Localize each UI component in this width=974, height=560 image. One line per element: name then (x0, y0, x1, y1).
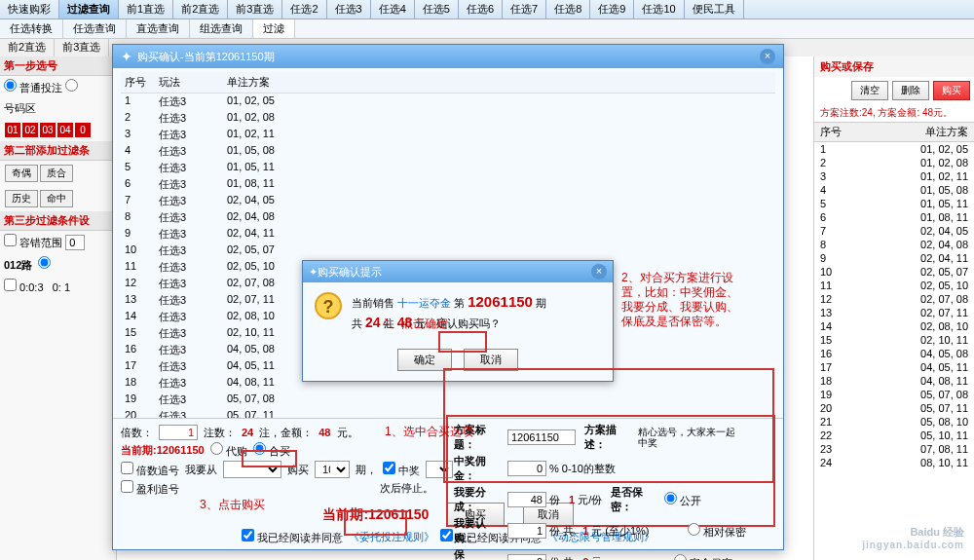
table-row[interactable]: 2307, 08, 11 (814, 442, 974, 456)
table-row[interactable]: 1905, 07, 08 (814, 388, 974, 401)
num-box[interactable]: 04 (57, 123, 73, 137)
tertiary-tab[interactable]: 前2直选 (0, 39, 55, 56)
top-tab[interactable]: 前3直选 (228, 0, 282, 19)
win-chk[interactable]: 中奖 (383, 462, 420, 478)
top-tab[interactable]: 任选4 (371, 0, 415, 19)
table-row[interactable]: 8任选302, 04, 08 (121, 209, 775, 226)
num-box[interactable]: 0 (75, 123, 91, 137)
route-radio[interactable] (38, 256, 51, 269)
table-row[interactable]: 4任选301, 05, 08 (121, 143, 775, 160)
profitchase-chk[interactable]: 盈利追号 (121, 480, 179, 497)
top-tab[interactable]: 任选8 (546, 0, 590, 19)
top-tab[interactable]: 快速购彩 (0, 0, 59, 19)
gb-sub[interactable] (507, 523, 546, 539)
top-tab[interactable]: 任选2 (282, 0, 326, 19)
sec-full[interactable]: 完全保密 (674, 554, 732, 561)
table-row[interactable]: 501, 05, 11 (814, 197, 974, 210)
clear-btn[interactable]: 清空 (851, 81, 888, 100)
side-btn[interactable]: 命中 (40, 190, 73, 207)
table-row[interactable]: 1704, 05, 11 (814, 360, 974, 374)
right-panel: 购买或保存 清空 删除 购买 方案注数:24, 方案金额: 48元。 序号单注方… (813, 56, 974, 560)
top-tab[interactable]: 任选9 (590, 0, 634, 19)
top-tab[interactable]: 任选6 (459, 0, 503, 19)
periods-select[interactable]: 10 (315, 461, 350, 478)
confirm-titlebar[interactable]: ✦ 购买确认提示 × (303, 261, 613, 282)
num-area-label: 号码区 (0, 98, 116, 119)
table-row[interactable]: 802, 04, 08 (814, 238, 974, 251)
star-icon: ✦ (121, 49, 132, 64)
sec-public[interactable]: 公开 (664, 492, 701, 508)
table-row[interactable]: 10任选302, 05, 07 (121, 243, 775, 259)
table-row[interactable]: 1302, 07, 11 (814, 306, 974, 319)
gb-guar[interactable] (507, 554, 546, 560)
table-row[interactable]: 2005, 07, 11 (814, 401, 974, 415)
confirm-text: 当前销售 十一运夺金 第 12061150 期 共 24 注 48 元，确认购买… (352, 292, 546, 333)
sec-rel[interactable]: 相对保密 (688, 523, 746, 540)
top-tab[interactable]: 任选10 (634, 0, 684, 19)
side-btn[interactable]: 质合 (40, 165, 73, 182)
table-row[interactable]: 902, 04, 11 (814, 251, 974, 265)
step3-header: 第三步过滤条件设 (0, 211, 116, 231)
tertiary-tab[interactable]: 前3直选 (55, 39, 109, 56)
top-tab[interactable]: 任选5 (415, 0, 459, 19)
mode-normal[interactable]: 普通投注 (4, 82, 62, 93)
table-row[interactable]: 2408, 10, 11 (814, 456, 974, 469)
mult-input[interactable] (159, 425, 198, 440)
question-icon: ? (315, 292, 342, 319)
top-tab[interactable]: 任选7 (503, 0, 546, 19)
sub-tab[interactable]: 组选查询 (190, 19, 253, 38)
table-row[interactable]: 702, 04, 05 (814, 224, 974, 238)
table-row[interactable]: 201, 02, 08 (814, 156, 974, 169)
top-tab[interactable]: 前2直选 (173, 0, 228, 19)
tolerance-input[interactable] (65, 235, 85, 250)
table-row[interactable]: 101, 02, 05 (814, 142, 974, 156)
gb-div[interactable] (507, 492, 546, 507)
mode-other[interactable] (65, 79, 78, 92)
table-row[interactable]: 301, 02, 11 (814, 169, 974, 183)
close-icon[interactable]: × (760, 49, 775, 64)
table-row[interactable]: 1002, 05, 07 (814, 265, 974, 279)
table-row[interactable]: 1任选301, 02, 05 (121, 93, 775, 110)
sub-tab[interactable]: 直选查询 (127, 19, 190, 38)
sub-tab[interactable]: 任选查询 (63, 19, 127, 38)
table-row[interactable]: 7任选302, 04, 05 (121, 193, 775, 209)
dialog-titlebar[interactable]: ✦ 购买确认-当前第12061150期 × (113, 45, 783, 68)
table-row[interactable]: 6任选301, 08, 11 (121, 176, 775, 193)
sub-tab[interactable]: 任选转换 (0, 19, 63, 38)
num-box[interactable]: 01 (5, 123, 20, 137)
delete-btn[interactable]: 删除 (892, 81, 929, 100)
top-tab[interactable]: 便民工具 (685, 0, 744, 19)
table-row[interactable]: 1804, 08, 11 (814, 374, 974, 388)
table-row[interactable]: 5任选301, 05, 11 (121, 160, 775, 176)
top-tab[interactable]: 过滤查询 (59, 0, 119, 19)
confirm-dialog: ✦ 购买确认提示 × ? 当前销售 十一运夺金 第 12061150 期 共 2… (302, 260, 614, 382)
table-row[interactable]: 2105, 08, 10 (814, 415, 974, 429)
buy-btn-side[interactable]: 购买 (933, 81, 970, 100)
table-row[interactable]: 9任选302, 04, 11 (121, 226, 775, 243)
table-row[interactable]: 2任选301, 02, 08 (121, 110, 775, 127)
route-chk[interactable] (4, 279, 17, 291)
multchase-chk[interactable]: 倍数追号 (121, 462, 179, 478)
num-box[interactable]: 02 (22, 123, 38, 137)
top-tab[interactable]: 任选3 (327, 0, 371, 19)
table-row[interactable]: 1102, 05, 10 (814, 279, 974, 292)
top-tab[interactable]: 前1直选 (119, 0, 173, 19)
table-row[interactable]: 2205, 10, 11 (814, 429, 974, 442)
table-row[interactable]: 401, 05, 08 (814, 183, 974, 197)
side-btn[interactable]: 奇偶 (5, 165, 38, 182)
close-icon[interactable]: × (591, 264, 607, 280)
side-btn[interactable]: 历史 (5, 190, 38, 207)
agree1-chk[interactable]: 我已经阅读并同意 (242, 529, 343, 545)
table-row[interactable]: 1604, 05, 08 (814, 347, 974, 360)
table-row[interactable]: 601, 08, 11 (814, 210, 974, 224)
tolerance-chk[interactable] (4, 234, 17, 246)
table-row[interactable]: 1202, 07, 08 (814, 292, 974, 306)
anno-3: 3、点击购买 (200, 497, 265, 513)
table-row[interactable]: 3任选301, 02, 11 (121, 127, 775, 143)
table-row[interactable]: 1502, 10, 11 (814, 333, 974, 347)
num-boxes: 010203040 (0, 119, 116, 141)
step2-btns-a: 奇偶质合 (0, 161, 116, 186)
num-box[interactable]: 03 (40, 123, 56, 137)
sub-tab[interactable]: 过滤 (253, 19, 295, 38)
table-row[interactable]: 1402, 08, 10 (814, 319, 974, 333)
